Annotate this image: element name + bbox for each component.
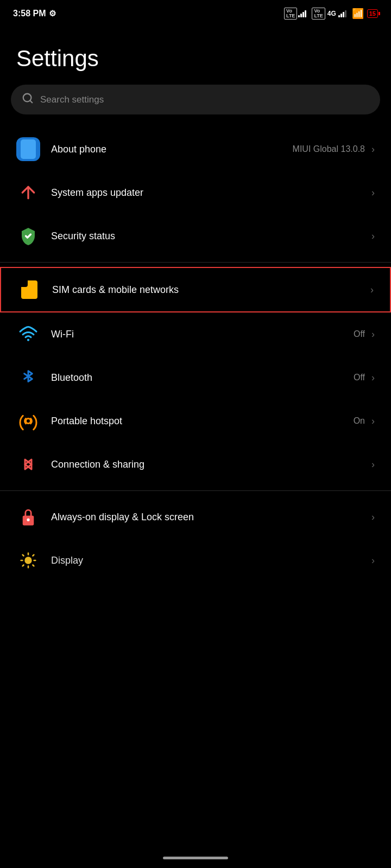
svg-point-7 — [27, 519, 29, 521]
search-icon — [22, 92, 34, 107]
about-phone-text: About phone — [51, 144, 293, 155]
settings-item-security-status[interactable]: Security status › — [0, 214, 391, 258]
hotspot-chevron: › — [371, 416, 375, 427]
security-status-chevron: › — [371, 231, 375, 242]
svg-point-3 — [26, 419, 31, 424]
security-status-text: Security status — [51, 231, 369, 242]
connection-sharing-label: Connection & sharing — [51, 459, 369, 470]
hotspot-value: On — [354, 416, 365, 426]
battery-indicator: 15 — [367, 9, 378, 18]
network-type-badge: 4G — [327, 10, 336, 17]
status-time-area: 3:58 PM ⚙ — [13, 9, 56, 18]
connection-sharing-icon — [16, 452, 40, 476]
time-display: 3:58 PM — [13, 9, 46, 18]
security-status-label: Security status — [51, 231, 369, 242]
divider-1 — [0, 262, 391, 263]
signal-group-1: VoLTE — [284, 8, 306, 20]
hotspot-label: Portable hotspot — [51, 416, 354, 427]
search-bar[interactable]: Search settings — [11, 85, 380, 114]
bluetooth-value: Off — [354, 373, 365, 382]
always-on-display-label: Always-on display & Lock screen — [51, 512, 369, 523]
wifi-label: Wi-Fi — [51, 329, 354, 340]
wifi-value: Off — [354, 329, 365, 339]
sim-cards-icon — [17, 278, 41, 302]
connection-sharing-text: Connection & sharing — [51, 459, 369, 470]
display-text: Display — [51, 555, 369, 566]
settings-item-display[interactable]: Display › — [0, 539, 391, 582]
svg-point-2 — [27, 339, 29, 341]
system-apps-label: System apps updater — [51, 187, 369, 199]
settings-item-bluetooth[interactable]: Bluetooth Off › — [0, 356, 391, 399]
settings-list: About phone MIUI Global 13.0.8 › System … — [0, 127, 391, 582]
gear-icon: ⚙ — [49, 9, 56, 18]
display-chevron: › — [371, 555, 375, 566]
sim-cards-chevron: › — [370, 284, 374, 296]
bluetooth-chevron: › — [371, 372, 375, 384]
settings-item-connection-sharing[interactable]: Connection & sharing › — [0, 443, 391, 486]
divider-2 — [0, 490, 391, 491]
settings-item-system-apps-updater[interactable]: System apps updater › — [0, 171, 391, 214]
settings-item-sim-cards[interactable]: SIM cards & mobile networks › — [0, 267, 391, 312]
wifi-text: Wi-Fi — [51, 329, 354, 340]
svg-line-1 — [30, 100, 32, 103]
about-phone-value: MIUI Global 13.0.8 — [293, 144, 365, 154]
search-placeholder: Search settings — [40, 94, 104, 105]
wifi-icon — [16, 322, 40, 346]
signal-bars-1 — [298, 10, 306, 17]
settings-item-wifi[interactable]: Wi-Fi Off › — [0, 312, 391, 356]
hotspot-icon — [16, 409, 40, 433]
sim-cards-text: SIM cards & mobile networks — [52, 284, 368, 296]
volte-badge-1: VoLTE — [284, 8, 297, 20]
wifi-status-icon: 📶 — [352, 8, 364, 20]
bluetooth-label: Bluetooth — [51, 372, 354, 384]
settings-item-always-on-display[interactable]: Always-on display & Lock screen › — [0, 495, 391, 539]
sim-cards-label: SIM cards & mobile networks — [52, 284, 368, 296]
connection-sharing-chevron: › — [371, 459, 375, 470]
about-phone-label: About phone — [51, 144, 293, 155]
lock-screen-icon — [16, 505, 40, 529]
display-icon — [16, 548, 40, 572]
status-icons-area: VoLTE VoLTE 4G 📶 15 — [284, 8, 378, 20]
wifi-chevron: › — [371, 329, 375, 340]
signal-bars-2 — [338, 10, 346, 17]
hotspot-text: Portable hotspot — [51, 416, 354, 427]
about-phone-icon — [16, 137, 40, 161]
system-apps-chevron: › — [371, 187, 375, 199]
always-on-display-chevron: › — [371, 512, 375, 523]
signal-group-2: VoLTE 4G — [312, 8, 346, 20]
battery-level: 15 — [369, 10, 376, 17]
always-on-display-text: Always-on display & Lock screen — [51, 512, 369, 523]
volte-badge-2: VoLTE — [312, 8, 325, 20]
page-title: Settings — [0, 24, 391, 85]
settings-item-about-phone[interactable]: About phone MIUI Global 13.0.8 › — [0, 127, 391, 171]
bluetooth-icon — [16, 366, 40, 390]
system-apps-text: System apps updater — [51, 187, 369, 199]
settings-item-hotspot[interactable]: Portable hotspot On › — [0, 399, 391, 443]
display-label: Display — [51, 555, 369, 566]
system-apps-icon — [16, 181, 40, 205]
status-bar: 3:58 PM ⚙ VoLTE VoLTE 4G 📶 15 — [0, 0, 391, 24]
svg-point-8 — [24, 557, 31, 564]
security-status-icon — [16, 224, 40, 248]
bluetooth-text: Bluetooth — [51, 372, 354, 384]
phone-shape — [21, 139, 36, 159]
sim-icon-shape — [21, 280, 37, 299]
scroll-indicator — [163, 857, 228, 859]
about-phone-chevron: › — [371, 144, 375, 155]
